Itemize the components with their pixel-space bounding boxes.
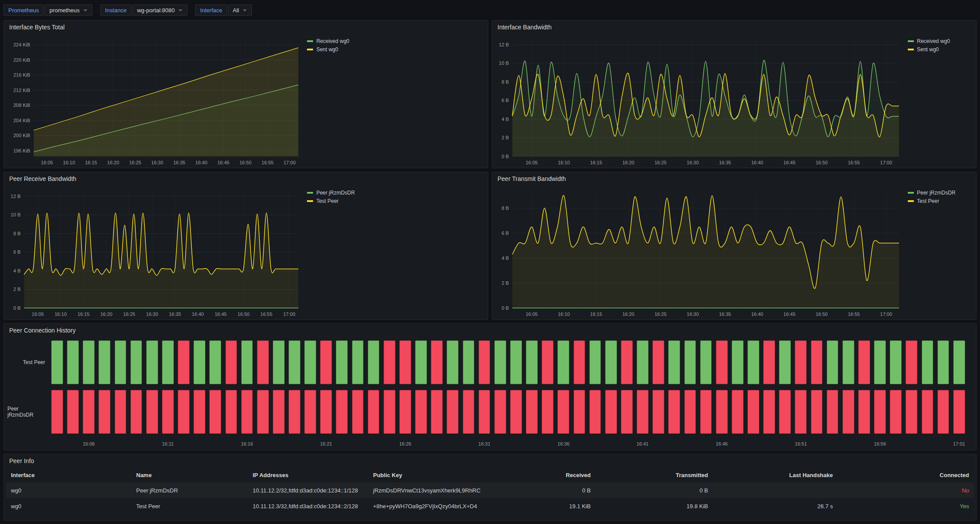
interface-bytes-total-chart[interactable]: 196 KiB200 KiB204 KiB208 KiB212 KiB216 K…: [7, 35, 303, 167]
status-bar-disconnected[interactable]: [858, 390, 870, 434]
status-bar-disconnected[interactable]: [621, 390, 633, 434]
status-bar-disconnected[interactable]: [83, 390, 95, 434]
status-bar-connected[interactable]: [684, 340, 696, 384]
status-bar-connected[interactable]: [700, 340, 712, 384]
status-bar-connected[interactable]: [557, 340, 569, 384]
status-bar-connected[interactable]: [336, 340, 348, 384]
status-bar-disconnected[interactable]: [716, 340, 728, 384]
status-bar-disconnected[interactable]: [574, 390, 585, 434]
status-bar-disconnected[interactable]: [352, 390, 364, 434]
status-bar-connected[interactable]: [605, 340, 617, 384]
status-bar-disconnected[interactable]: [526, 390, 538, 434]
status-bar-disconnected[interactable]: [51, 390, 63, 434]
status-bar-disconnected[interactable]: [320, 390, 332, 434]
status-bar-disconnected[interactable]: [431, 340, 443, 384]
peer-transmit-bandwidth-chart[interactable]: 0 B2 B4 B6 B8 B16:0516:1016:1516:2016:25…: [495, 186, 903, 319]
status-bar-disconnected[interactable]: [589, 390, 601, 434]
col-header-public-key[interactable]: Public Key: [368, 467, 495, 482]
legend-item-sent-wg0[interactable]: Sent wg0: [908, 46, 973, 53]
status-bar-connected[interactable]: [589, 340, 601, 384]
status-bar-connected[interactable]: [83, 340, 95, 384]
status-bar-disconnected[interactable]: [479, 340, 490, 384]
panel-title[interactable]: Interface Bandwidth: [492, 21, 976, 34]
status-bar-connected[interactable]: [938, 340, 949, 384]
col-header-transmitted[interactable]: Transmitted: [596, 467, 713, 482]
status-bar-disconnected[interactable]: [827, 390, 839, 434]
legend-item-received-wg0[interactable]: Received wg0: [307, 38, 484, 44]
status-bar-disconnected[interactable]: [843, 390, 854, 434]
variable-value-prometheus[interactable]: prometheus: [45, 4, 92, 16]
status-bar-disconnected[interactable]: [811, 390, 823, 434]
col-header-ip-addresses[interactable]: IP Addresses: [247, 467, 368, 482]
col-header-last-handshake[interactable]: Last Handshake: [713, 467, 838, 482]
status-bar-connected[interactable]: [874, 340, 886, 384]
variable-value-instance[interactable]: wg-portal:8080: [132, 4, 187, 16]
status-bar-connected[interactable]: [194, 340, 205, 384]
status-bar-disconnected[interactable]: [304, 390, 316, 434]
status-bar-disconnected[interactable]: [67, 390, 79, 434]
status-bar-disconnected[interactable]: [795, 340, 807, 384]
status-bar-disconnected[interactable]: [257, 340, 269, 384]
status-bar-connected[interactable]: [447, 340, 458, 384]
status-bar-disconnected[interactable]: [684, 390, 696, 434]
panel-title[interactable]: Peer Info: [4, 454, 976, 467]
status-bar-disconnected[interactable]: [320, 340, 332, 384]
legend-item-sent-wg0[interactable]: Sent wg0: [307, 46, 484, 53]
status-bar-disconnected[interactable]: [906, 340, 917, 384]
status-bar-connected[interactable]: [162, 340, 174, 384]
status-bar-connected[interactable]: [289, 340, 300, 384]
status-bar-connected[interactable]: [732, 340, 744, 384]
status-bar-connected[interactable]: [415, 340, 427, 384]
status-bar-disconnected[interactable]: [241, 390, 253, 434]
status-bar-disconnected[interactable]: [906, 390, 917, 434]
status-bar-connected[interactable]: [463, 340, 475, 384]
status-bar-disconnected[interactable]: [858, 340, 870, 384]
panel-title[interactable]: Peer Transmit Bandwidth: [492, 172, 976, 185]
status-bar-disconnected[interactable]: [115, 390, 127, 434]
status-bar-disconnected[interactable]: [605, 390, 617, 434]
status-bar-connected[interactable]: [953, 340, 965, 384]
status-bar-connected[interactable]: [67, 340, 79, 384]
status-bar-disconnected[interactable]: [890, 390, 902, 434]
status-bar-connected[interactable]: [890, 340, 902, 384]
peer-receive-bandwidth-chart[interactable]: 0 B2 B4 B6 B8 B10 B12 B16:0516:1016:1516…: [7, 186, 303, 319]
status-bar-connected[interactable]: [637, 340, 649, 384]
status-bar-disconnected[interactable]: [431, 390, 443, 434]
status-bar-disconnected[interactable]: [178, 390, 190, 434]
status-bar-disconnected[interactable]: [763, 390, 775, 434]
legend-item-peer-jrzmdsdr[interactable]: Peer jRzmDsDR: [908, 190, 973, 196]
col-header-name[interactable]: Name: [131, 467, 247, 482]
status-bar-disconnected[interactable]: [747, 390, 759, 434]
status-bar-disconnected[interactable]: [795, 390, 807, 434]
status-bar-connected[interactable]: [827, 340, 839, 384]
status-bar-connected[interactable]: [494, 340, 506, 384]
status-bar-disconnected[interactable]: [384, 390, 395, 434]
status-bar-disconnected[interactable]: [289, 390, 300, 434]
legend-item-peer-jrzmdsdr[interactable]: Peer jRzmDsDR: [307, 190, 484, 196]
status-bar-disconnected[interactable]: [99, 390, 110, 434]
panel-title[interactable]: Interface Bytes Total: [4, 21, 488, 34]
legend-item-received-wg0[interactable]: Received wg0: [908, 38, 973, 44]
status-bar-disconnected[interactable]: [716, 390, 728, 434]
status-bar-disconnected[interactable]: [399, 390, 411, 434]
status-bar-connected[interactable]: [779, 340, 791, 384]
panel-title[interactable]: Peer Receive Bandwidth: [4, 172, 488, 185]
status-bar-disconnected[interactable]: [763, 340, 775, 384]
status-bar-disconnected[interactable]: [811, 340, 823, 384]
interface-bandwidth-chart[interactable]: 0 B2 B4 B6 B8 B10 B12 B16:0516:1016:1516…: [495, 35, 903, 167]
status-bar-disconnected[interactable]: [494, 390, 506, 434]
status-bar-disconnected[interactable]: [368, 390, 380, 434]
status-bar-disconnected[interactable]: [162, 390, 174, 434]
status-bar-disconnected[interactable]: [953, 390, 965, 434]
status-bar-connected[interactable]: [843, 340, 854, 384]
status-bar-disconnected[interactable]: [574, 340, 585, 384]
status-bar-disconnected[interactable]: [479, 390, 490, 434]
status-bar-disconnected[interactable]: [384, 340, 395, 384]
status-bar-connected[interactable]: [130, 340, 142, 384]
status-bar-disconnected[interactable]: [700, 390, 712, 434]
status-bar-connected[interactable]: [510, 340, 522, 384]
status-bar-disconnected[interactable]: [510, 390, 522, 434]
col-header-interface[interactable]: Interface: [6, 467, 131, 482]
status-bar-connected[interactable]: [352, 340, 364, 384]
legend-item-test-peer[interactable]: Test Peer: [908, 198, 973, 204]
